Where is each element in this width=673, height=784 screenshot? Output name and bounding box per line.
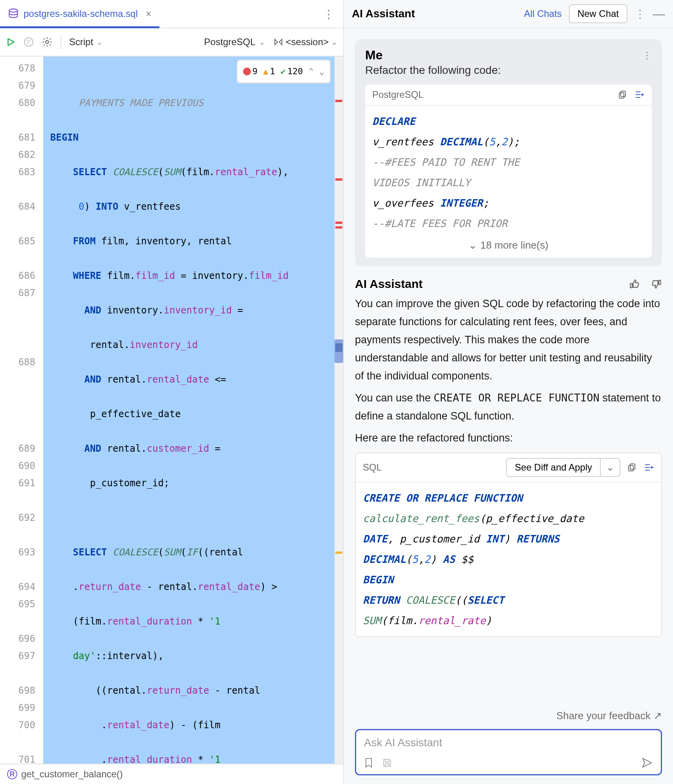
diff-lang: SQL: [363, 462, 382, 473]
dialect-label: PostgreSQL: [204, 37, 256, 48]
app-root: postgres-sakila-schema.sql × ⋮ P Script …: [0, 0, 673, 784]
user-message: Me ⋮ Refactor the following code: Postgr…: [355, 39, 662, 266]
run-mode-combo[interactable]: Script ⌄: [69, 37, 103, 48]
thumbs-up-icon[interactable]: [629, 278, 640, 289]
svg-rect-7: [629, 465, 633, 471]
ai-input-placeholder: Ask AI Assistant: [364, 736, 653, 749]
svg-text:P: P: [27, 38, 31, 45]
warning-count: 1: [270, 63, 275, 80]
ai-panel: AI Assistant All Chats New Chat ⋮ — Me ⋮…: [344, 0, 673, 784]
ai-input[interactable]: Ask AI Assistant: [355, 729, 662, 775]
thumbs-down-icon[interactable]: [651, 278, 662, 289]
assistant-name: AI Assistant: [355, 277, 422, 291]
ok-count: 120: [287, 63, 303, 80]
chevron-down-icon: ⌄: [468, 239, 477, 251]
assistant-code-block: SQL See Diff and Apply ⌄ CREA: [355, 452, 662, 637]
snippet-body: DECLARE v_rentfees DECIMAL(5,2); --#FEES…: [365, 106, 652, 235]
ai-header: AI Assistant All Chats New Chat ⋮ —: [344, 0, 673, 28]
error-count: 9: [252, 63, 258, 80]
chevron-down-icon: ⌄: [259, 37, 265, 47]
gutter: 6786796806816826836846856866876886896906…: [0, 57, 43, 764]
chevron-down-icon[interactable]: ⌄: [601, 459, 620, 476]
editor[interactable]: 6786796806816826836846856866876886896906…: [0, 57, 343, 764]
chevron-down-icon: ⌄: [331, 37, 338, 47]
assistant-message: AI Assistant You can improve the given S…: [355, 277, 662, 637]
tab-filename: postgres-sakila-schema.sql: [24, 8, 138, 19]
send-icon[interactable]: [641, 757, 653, 769]
run-icon[interactable]: [5, 37, 16, 47]
svg-point-3: [46, 40, 48, 43]
session-combo[interactable]: <session> ⌄: [273, 37, 338, 48]
editor-status-bar: R get_customer_balance(): [0, 764, 343, 784]
share-feedback-link[interactable]: Share your feedback ↗: [344, 708, 673, 722]
scroll-thumb[interactable]: [335, 343, 342, 352]
chevron-up-icon[interactable]: ⌃: [309, 63, 314, 80]
session-label: <session>: [286, 37, 329, 48]
ai-input-area: Ask AI Assistant: [344, 722, 673, 784]
snippet-lang: PostgreSQL: [372, 89, 424, 100]
settings-icon[interactable]: [42, 37, 53, 48]
tab-file[interactable]: postgres-sakila-schema.sql ×: [0, 0, 159, 27]
editor-toolbar: P Script ⌄ PostgreSQL ⌄ <session> ⌄: [0, 28, 343, 57]
ai-conversation: Me ⋮ Refactor the following code: Postgr…: [344, 28, 673, 708]
save-icon[interactable]: [382, 758, 392, 768]
insert-icon[interactable]: [635, 90, 645, 99]
more-icon[interactable]: ⋮: [635, 7, 646, 20]
session-icon: [273, 38, 283, 46]
check-icon: ✔: [281, 63, 286, 80]
insert-icon[interactable]: [644, 463, 654, 472]
user-prompt: Refactor the following code:: [365, 64, 652, 77]
close-icon[interactable]: ×: [146, 8, 152, 20]
function-badge-icon: R: [7, 769, 17, 779]
run-mode-label: Script: [69, 37, 93, 48]
tab-more-icon[interactable]: ⋮: [318, 7, 339, 21]
dialect-combo[interactable]: PostgreSQL ⌄: [204, 37, 265, 48]
error-icon: [243, 68, 251, 75]
svg-point-0: [9, 9, 18, 12]
chevron-down-icon: ⌄: [96, 37, 103, 47]
see-diff-button[interactable]: See Diff and Apply ⌄: [506, 458, 620, 477]
svg-rect-5: [619, 93, 624, 98]
tab-bar: postgres-sakila-schema.sql × ⋮: [0, 0, 343, 28]
assistant-paragraph: You can use the CREATE OR REPLACE FUNCTI…: [355, 389, 662, 425]
chevron-down-icon[interactable]: ⌄: [319, 63, 324, 80]
minimize-icon[interactable]: —: [653, 7, 665, 21]
user-name: Me: [365, 48, 382, 62]
bookmark-icon[interactable]: [364, 757, 373, 768]
all-chats-link[interactable]: All Chats: [524, 8, 562, 19]
overview-ruler[interactable]: [335, 57, 343, 764]
editor-pane: postgres-sakila-schema.sql × ⋮ P Script …: [0, 0, 344, 784]
assistant-paragraph: You can improve the given SQL code by re…: [355, 295, 662, 385]
diff-body: CREATE OR REPLACE FUNCTION calculate_ren…: [356, 482, 661, 636]
assistant-paragraph: Here are the refactored functions:: [355, 429, 662, 447]
copy-icon[interactable]: [618, 90, 627, 99]
code-area[interactable]: 9 ▲1 ✔120 ⌃ ⌄ PAYMENTS MADE PREVIOUS BEG…: [43, 57, 335, 764]
inspection-widget[interactable]: 9 ▲1 ✔120 ⌃ ⌄: [237, 60, 331, 83]
svg-rect-4: [621, 91, 625, 97]
explain-plan-icon: P: [24, 37, 34, 47]
svg-rect-6: [630, 464, 635, 469]
warning-icon: ▲: [263, 63, 268, 80]
expand-snippet[interactable]: ⌄18 more line(s): [365, 235, 652, 258]
current-symbol: get_customer_balance(): [21, 769, 123, 780]
ai-panel-title: AI Assistant: [352, 7, 415, 20]
user-code-snippet: PostgreSQL DECLARE v_rentfees DECIMAL(5,…: [365, 84, 652, 258]
message-more-icon[interactable]: ⋮: [642, 50, 652, 61]
database-icon: [8, 8, 19, 19]
copy-icon[interactable]: [627, 463, 637, 472]
new-chat-button[interactable]: New Chat: [569, 4, 627, 23]
